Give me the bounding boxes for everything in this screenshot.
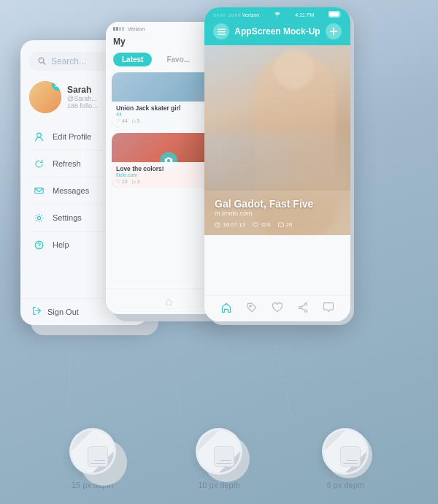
home-icon-mid: ⌂	[165, 295, 172, 308]
depth-item-5: 5 px depth	[322, 428, 369, 489]
hero-image-area: Gal Gadot, Fast Five m.imoto.com 18.07.1…	[204, 45, 350, 235]
svg-point-16	[305, 310, 307, 312]
tab-latest[interactable]: Latest	[113, 53, 152, 66]
svg-line-1	[43, 62, 45, 64]
hero-comments: 26	[278, 221, 293, 228]
refresh-label: Refresh	[53, 159, 81, 168]
help-label: Help	[53, 240, 69, 249]
depth-circle-15	[69, 428, 116, 475]
menu-button[interactable]	[213, 23, 229, 39]
card-stat-share-1: ▷ 5	[132, 118, 140, 124]
battery-right	[328, 11, 342, 18]
search-placeholder: Search...	[51, 56, 86, 66]
comment-icon-right[interactable]	[323, 302, 334, 316]
share-icon-right[interactable]	[297, 302, 309, 316]
depth-section: 15 px depth 10 px depth	[0, 428, 438, 489]
depth-label-5: 5 px depth	[327, 481, 364, 489]
svg-line-18	[301, 305, 305, 307]
depth-circle-10	[196, 428, 242, 475]
svg-rect-8	[218, 28, 226, 29]
settings-label: Settings	[53, 213, 82, 222]
add-button[interactable]	[326, 23, 342, 39]
depth-circle-5	[322, 428, 369, 475]
refresh-icon	[32, 157, 45, 170]
search-icon	[38, 57, 47, 66]
messages-icon	[32, 184, 45, 197]
settings-icon	[32, 211, 45, 224]
follower-count: 186 follo...	[67, 102, 98, 110]
svg-line-21	[169, 314, 181, 418]
home-icon-right[interactable]	[220, 302, 232, 316]
carrier-mid: Verizon	[113, 26, 145, 31]
svg-line-20	[67, 325, 73, 418]
signout-label: Sign Out	[47, 308, 79, 316]
tag-icon-right[interactable]	[246, 302, 258, 316]
hero-info-overlay: Gal Gadot, Fast Five m.imoto.com 18.07.1…	[204, 191, 350, 235]
svg-point-0	[39, 58, 44, 63]
svg-point-14	[250, 305, 251, 307]
profile-name: Sarah	[67, 85, 98, 95]
depth-item-10: 10 px depth	[196, 428, 242, 489]
app-header-right: AppScreen Mock-Up	[204, 20, 350, 45]
svg-point-4	[37, 216, 40, 219]
svg-rect-9	[218, 31, 226, 31]
statusbar-right: ○○○○ ○○○○ Verizon 4:21 PM	[204, 7, 350, 20]
depth-item-15: 15 px depth	[69, 428, 116, 489]
hero-meta: 18.07.13 324 26	[215, 221, 340, 228]
hero-likes: 324	[253, 221, 270, 228]
card-stat-like-1: ♡ 44	[116, 118, 128, 124]
profile-handle: @Sarah...	[67, 95, 98, 102]
svg-point-17	[299, 306, 301, 308]
notification-badge: 13	[52, 81, 61, 91]
phone-right: ○○○○ ○○○○ Verizon 4:21 PM AppScreen Mock…	[204, 7, 350, 321]
wifi-icon	[274, 12, 281, 18]
messages-label: Messages	[53, 186, 89, 195]
heart-icon-right[interactable]	[272, 302, 283, 316]
svg-rect-10	[218, 34, 226, 34]
card-stat-share-2: ▷ 3	[132, 179, 140, 185]
edit-profile-label: Edit Profile	[53, 132, 91, 141]
svg-point-15	[305, 303, 307, 305]
avatar: 13	[29, 81, 61, 113]
svg-line-22	[270, 321, 292, 418]
hero-title: Gal Gadot, Fast Five	[215, 198, 340, 210]
carrier-right: ○○○○ ○○○○ Verizon	[213, 12, 259, 18]
help-icon	[32, 238, 45, 251]
svg-point-2	[36, 133, 41, 137]
app-title: AppScreen Mock-Up	[234, 26, 320, 37]
depth-label-15: 15 px depth	[72, 481, 114, 489]
svg-rect-7	[329, 12, 338, 17]
person-icon	[32, 130, 45, 143]
hero-date: 18.07.13	[215, 221, 245, 228]
tab-favorites[interactable]: Favo...	[158, 53, 199, 66]
signout-icon	[32, 306, 42, 318]
bottom-bar-right	[204, 295, 350, 321]
depth-label-10: 10 px depth	[198, 481, 240, 489]
card-stat-like-2: ♡ 23	[116, 179, 128, 185]
hero-source: m.imoto.com	[215, 210, 340, 217]
time-right: 4:21 PM	[295, 12, 314, 18]
svg-line-19	[301, 308, 305, 310]
